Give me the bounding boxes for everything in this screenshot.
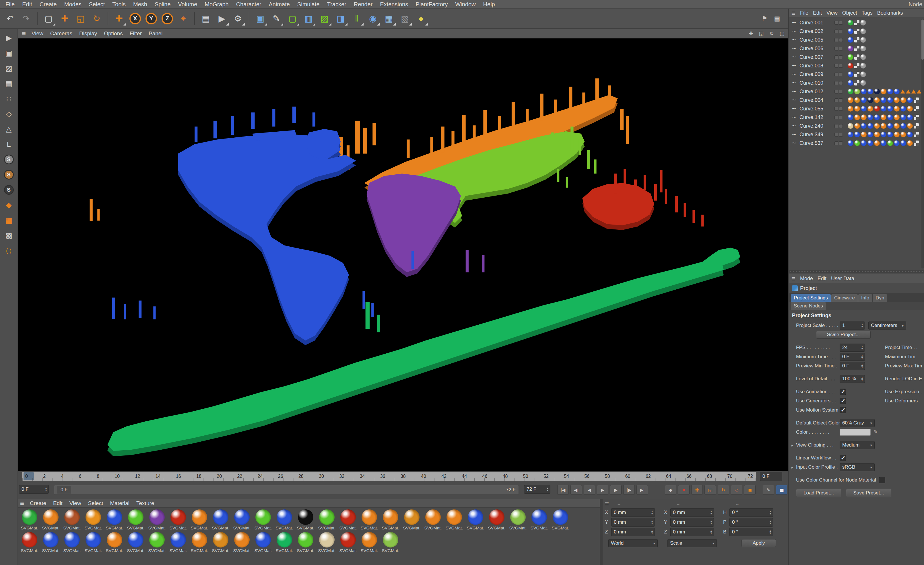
fracture-icon[interactable]: ▨ xyxy=(317,11,332,26)
material-menu-select[interactable]: Select xyxy=(85,500,107,507)
material-swatch[interactable]: SVGMat. xyxy=(82,532,104,553)
volume-icon[interactable]: ◉ xyxy=(365,11,381,26)
material-tag[interactable] xyxy=(861,88,867,94)
material-swatch[interactable]: SVGMat. xyxy=(19,532,40,553)
attr-select[interactable]: Centimeters▾ xyxy=(868,322,906,330)
material-tag[interactable] xyxy=(848,132,854,137)
menu-help[interactable]: Help xyxy=(480,0,499,9)
record-pla-button[interactable]: ▣ xyxy=(744,485,756,495)
timeline-slider[interactable]: 0 F 72 F xyxy=(54,485,519,495)
attr-select[interactable]: Medium▾ xyxy=(840,441,874,449)
disclosure-arrow[interactable]: ▸ xyxy=(791,443,796,447)
goto-end-button[interactable]: ▶| xyxy=(636,485,648,495)
object-row[interactable]: ~Curve.006 xyxy=(789,44,921,53)
object-menu-file[interactable]: File xyxy=(798,10,811,16)
undo-icon[interactable]: ↶ xyxy=(2,11,18,26)
coord-value-field[interactable]: 0 °▲▼ xyxy=(729,528,773,537)
timeline-end-box[interactable]: 0 F xyxy=(760,472,782,481)
coord-value-field[interactable]: 0 mm▲▼ xyxy=(670,518,714,526)
material-swatch[interactable]: SVGMat. xyxy=(252,510,274,530)
coord-value-field[interactable]: 0 mm▲▼ xyxy=(670,508,714,517)
spinner[interactable]: ▲▼ xyxy=(769,520,772,525)
coord-value-field[interactable]: 0 °▲▼ xyxy=(729,508,773,517)
prev-frame-button[interactable]: ◀ xyxy=(584,485,595,495)
material-tag[interactable] xyxy=(894,132,900,137)
world-select[interactable]: World ▾ xyxy=(608,539,658,547)
viewport-menu-cameras[interactable]: Cameras xyxy=(47,30,76,37)
visibility-dots[interactable] xyxy=(834,141,843,145)
texture-tag[interactable] xyxy=(854,54,860,60)
material-tag[interactable] xyxy=(854,114,860,120)
coord-system-icon[interactable]: ⌖ xyxy=(176,11,191,26)
visibility-dots[interactable] xyxy=(834,107,843,111)
record-position-button[interactable]: ✚ xyxy=(691,485,703,495)
material-tag[interactable] xyxy=(907,123,913,129)
material-tag[interactable] xyxy=(900,97,906,103)
attribute-menu-user-data[interactable]: User Data xyxy=(829,276,856,282)
material-menu-icon[interactable]: ≡ xyxy=(18,499,26,507)
polygons-mode-icon[interactable]: △ xyxy=(3,123,15,135)
material-tag[interactable] xyxy=(854,88,860,94)
texture-tag[interactable] xyxy=(854,63,860,68)
viewport-menu-filter[interactable]: Filter xyxy=(126,30,145,37)
texture-tag[interactable] xyxy=(854,20,860,25)
attr-value-field[interactable]: 0 F▲▼ xyxy=(840,353,865,361)
material-swatch[interactable]: SVGMat. xyxy=(422,510,444,530)
snap-badge-1[interactable]: S xyxy=(3,154,15,165)
texture-tag[interactable] xyxy=(914,106,919,111)
texture-mode-icon[interactable]: ▨ xyxy=(3,63,15,74)
material-tag[interactable] xyxy=(900,123,906,129)
material-swatch[interactable]: SVGMat. xyxy=(380,510,401,530)
material-tag[interactable] xyxy=(880,140,886,146)
material-tag[interactable] xyxy=(887,97,893,103)
attr-value-field[interactable]: 1▲▼ xyxy=(840,322,865,330)
material-tag[interactable] xyxy=(874,123,880,129)
material-swatch[interactable]: SVGMat. xyxy=(231,510,252,530)
texture-tag[interactable] xyxy=(914,123,919,129)
material-swatch[interactable]: SVGMat. xyxy=(40,510,62,530)
material-tag[interactable] xyxy=(880,114,886,120)
play-button[interactable]: ▶ xyxy=(597,485,608,495)
material-swatch[interactable]: SVGMat. xyxy=(210,510,231,530)
zoom-view-icon[interactable]: ◱ xyxy=(758,30,765,37)
spinner[interactable]: ▲▼ xyxy=(861,323,864,328)
object-row[interactable]: ~Curve.004 xyxy=(789,96,921,104)
coord-column-header[interactable]: -- xyxy=(670,502,729,507)
menu-tracker[interactable]: Tracker xyxy=(323,0,350,9)
object-menu-bookmarks[interactable]: Bookmarks xyxy=(875,10,905,16)
menu-window[interactable]: Window xyxy=(452,0,479,9)
color-swatch[interactable] xyxy=(840,429,871,436)
material-tag[interactable] xyxy=(874,132,880,137)
panel-splitter[interactable] xyxy=(789,270,924,273)
material-swatch[interactable]: SVGMat. xyxy=(62,510,82,530)
material-swatch[interactable]: SVGMat. xyxy=(401,510,422,530)
material-swatch[interactable]: SVGMat. xyxy=(189,510,210,530)
triangle-tag[interactable] xyxy=(900,90,905,93)
material-tag[interactable] xyxy=(867,132,873,137)
material-tag[interactable] xyxy=(848,80,854,86)
material-tag[interactable] xyxy=(848,123,854,129)
material-tag[interactable] xyxy=(848,114,854,120)
triangle-tag[interactable] xyxy=(911,90,916,93)
visibility-dots[interactable] xyxy=(834,98,843,102)
material-tag[interactable] xyxy=(880,88,886,94)
symmetry-icon[interactable]: ◨ xyxy=(333,11,348,26)
menu-spline[interactable]: Spline xyxy=(151,0,174,9)
redo-icon[interactable]: ↷ xyxy=(18,11,34,26)
tab-dyn[interactable]: Dyn xyxy=(873,294,887,302)
menu-animate[interactable]: Animate xyxy=(265,0,293,9)
material-tag[interactable] xyxy=(854,123,860,129)
move-icon[interactable]: ✚ xyxy=(57,11,72,26)
material-tag[interactable] xyxy=(894,106,900,112)
material-swatch[interactable]: SVGMat. xyxy=(380,532,401,553)
material-tag[interactable] xyxy=(848,106,854,112)
material-tag[interactable] xyxy=(874,106,880,112)
camera-icon[interactable]: ▧ xyxy=(397,11,412,26)
attr-value-field[interactable]: 24▲▼ xyxy=(840,343,865,352)
scale-project-button[interactable]: Scale Project... xyxy=(816,331,871,339)
menu-modes[interactable]: Modes xyxy=(60,0,85,9)
coord-value-field[interactable]: 0 °▲▼ xyxy=(729,518,773,526)
record-parameter-button[interactable]: ◇ xyxy=(731,485,742,495)
ruler-icon[interactable]: L xyxy=(3,138,15,150)
viewport-menu-icon[interactable]: ≡ xyxy=(20,30,28,37)
